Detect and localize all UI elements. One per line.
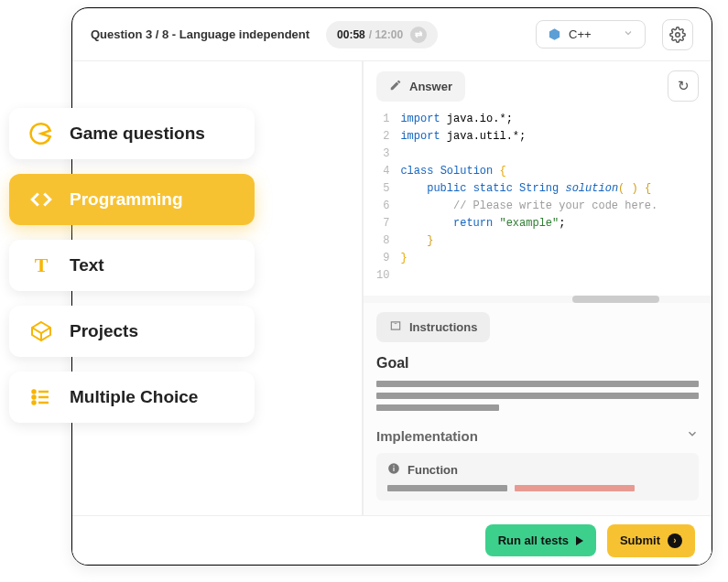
run-label: Run all tests — [498, 534, 569, 547]
chevron-down-icon — [686, 427, 699, 444]
sidebar-item-programming[interactable]: Programming — [9, 174, 255, 225]
reload-icon: ↻ — [678, 78, 690, 94]
submit-button[interactable]: Submit › — [607, 524, 695, 557]
answer-header: Answer ↻ — [364, 61, 712, 111]
implementation-row[interactable]: Implementation — [376, 427, 699, 444]
submit-label: Submit — [620, 534, 660, 547]
function-block: Function — [376, 453, 699, 501]
sidebar-item-game-questions[interactable]: Game questions — [9, 108, 255, 159]
info-icon — [387, 462, 400, 478]
svg-marker-0 — [549, 28, 560, 40]
svg-point-1 — [676, 32, 680, 37]
sidebar-nav: Game questions Programming T Text Projec… — [9, 108, 255, 423]
run-tests-button[interactable]: Run all tests — [485, 524, 596, 556]
code-icon — [29, 188, 53, 211]
horizontal-scrollbar[interactable] — [364, 296, 712, 303]
sidebar-item-projects[interactable]: Projects — [9, 306, 255, 357]
book-icon — [389, 319, 402, 335]
answer-tab[interactable]: Answer — [376, 71, 465, 102]
sidebar-item-multiple-choice[interactable]: Multiple Choice — [9, 372, 255, 423]
sidebar-item-text[interactable]: T Text — [9, 240, 255, 291]
placeholder-bar — [515, 485, 635, 491]
svg-point-10 — [33, 391, 36, 393]
text-icon: T — [29, 253, 53, 277]
breadcrumb: Question 3 / 8 - Language independent — [91, 27, 310, 41]
pacman-icon — [29, 122, 53, 146]
sidebar-item-label: Programming — [70, 189, 183, 210]
instructions-tab[interactable]: Instructions — [376, 312, 490, 342]
timer[interactable]: 00:58 / 12:00 ⇄ — [326, 21, 438, 48]
placeholder-text — [376, 404, 499, 411]
language-label: C++ — [569, 27, 592, 41]
answer-tab-label: Answer — [409, 80, 452, 93]
swap-icon[interactable]: ⇄ — [410, 27, 427, 43]
code-lines[interactable]: import java.io.*; import java.util.*; cl… — [400, 111, 699, 285]
arrow-right-icon: › — [668, 534, 682, 548]
svg-point-11 — [33, 396, 36, 399]
sidebar-item-label: Multiple Choice — [70, 387, 198, 407]
placeholder-bar — [387, 485, 507, 491]
chevron-down-icon — [623, 27, 634, 41]
svg-point-12 — [33, 402, 36, 404]
settings-button[interactable] — [662, 19, 693, 50]
topbar: Question 3 / 8 - Language independent 00… — [72, 8, 712, 61]
code-editor[interactable]: 12345678910 import java.io.*; import jav… — [364, 111, 712, 292]
bottom-bar: Run all tests Submit › — [72, 515, 712, 565]
svg-rect-4 — [393, 466, 394, 467]
line-gutter: 12345678910 — [376, 111, 400, 285]
reload-button[interactable]: ↻ — [668, 70, 699, 102]
timer-total: / 12:00 — [369, 28, 403, 41]
implementation-title: Implementation — [376, 428, 478, 444]
cpp-icon — [548, 27, 561, 41]
svg-rect-3 — [393, 468, 394, 471]
sidebar-item-label: Game questions — [70, 124, 205, 144]
cube-icon — [29, 319, 53, 343]
right-column: Answer ↻ 12345678910 import java.io.*; i… — [362, 61, 712, 565]
goal-title: Goal — [376, 355, 699, 372]
scrollbar-thumb[interactable] — [572, 296, 659, 303]
pencil-icon — [389, 79, 402, 94]
play-icon — [576, 536, 583, 545]
function-label: Function — [407, 463, 458, 477]
sidebar-item-label: Projects — [70, 321, 138, 341]
placeholder-text — [376, 381, 699, 387]
list-icon — [29, 385, 53, 409]
placeholder-text — [376, 393, 699, 399]
timer-elapsed: 00:58 — [337, 28, 365, 41]
sidebar-item-label: Text — [70, 255, 104, 275]
language-select[interactable]: C++ — [536, 20, 646, 48]
instructions-tab-label: Instructions — [409, 320, 477, 334]
